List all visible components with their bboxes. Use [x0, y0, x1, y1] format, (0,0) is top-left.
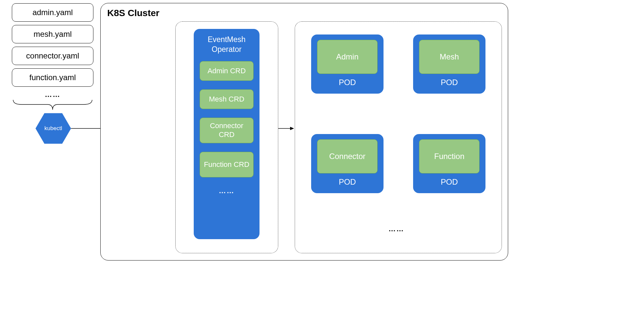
yaml-file-label: connector.yaml — [26, 51, 79, 60]
pod-caption: POD — [339, 78, 356, 87]
cluster-title: K8S Cluster — [107, 8, 160, 18]
pod-service-label: Connector — [329, 152, 366, 161]
pod-inner: Connector — [317, 139, 378, 173]
kubectl-label: kubectl — [44, 125, 62, 132]
kubectl-hexagon: kubectl — [36, 113, 71, 144]
yaml-ellipsis: …… — [12, 90, 93, 99]
pod-caption: POD — [441, 78, 458, 87]
pod-caption: POD — [441, 177, 458, 187]
pod-box: Mesh POD — [413, 34, 485, 94]
operator-title: EventMesh Operator — [208, 35, 245, 55]
pod-caption: POD — [339, 177, 356, 187]
yaml-file-box: function.yaml — [12, 68, 93, 87]
yaml-file-label: function.yaml — [29, 73, 76, 82]
pod-inner: Function — [419, 139, 480, 173]
pod-service-label: Admin — [336, 52, 359, 61]
yaml-file-box: mesh.yaml — [12, 25, 93, 43]
yaml-file-label: mesh.yaml — [34, 30, 72, 39]
pod-inner: Mesh — [419, 40, 480, 74]
eventmesh-operator: EventMesh Operator Admin CRD Mesh CRD Co… — [194, 29, 260, 239]
yaml-file-label: admin.yaml — [33, 8, 73, 17]
yaml-file-box: admin.yaml — [12, 3, 93, 22]
svg-marker-7 — [290, 127, 294, 130]
crd-box: Function CRD — [200, 152, 254, 177]
k8s-cluster-container: K8S Cluster EventMesh Operator Admin CRD… — [100, 3, 508, 261]
brace-icon — [12, 99, 93, 112]
crd-label: Mesh CRD — [209, 95, 244, 103]
crd-box: Mesh CRD — [200, 89, 254, 109]
pod-box: Function POD — [413, 134, 485, 193]
yaml-file-box: connector.yaml — [12, 47, 93, 65]
crd-box: Admin CRD — [200, 61, 254, 81]
crd-label: Connector CRD — [202, 122, 251, 139]
operator-ellipsis: …… — [219, 187, 235, 195]
pod-box: Connector POD — [311, 134, 384, 193]
crd-label: Function CRD — [204, 160, 249, 169]
pod-box: Admin POD — [311, 34, 384, 94]
pod-inner: Admin — [317, 40, 378, 74]
crd-box: Connector CRD — [200, 118, 254, 143]
pod-service-label: Function — [434, 152, 464, 161]
crd-label: Admin CRD — [208, 67, 246, 75]
pod-service-label: Mesh — [440, 52, 459, 61]
k8s-api-label: K8S API — [134, 122, 144, 135]
arrow-icon — [278, 126, 294, 131]
pods-ellipsis: …… — [388, 225, 404, 233]
